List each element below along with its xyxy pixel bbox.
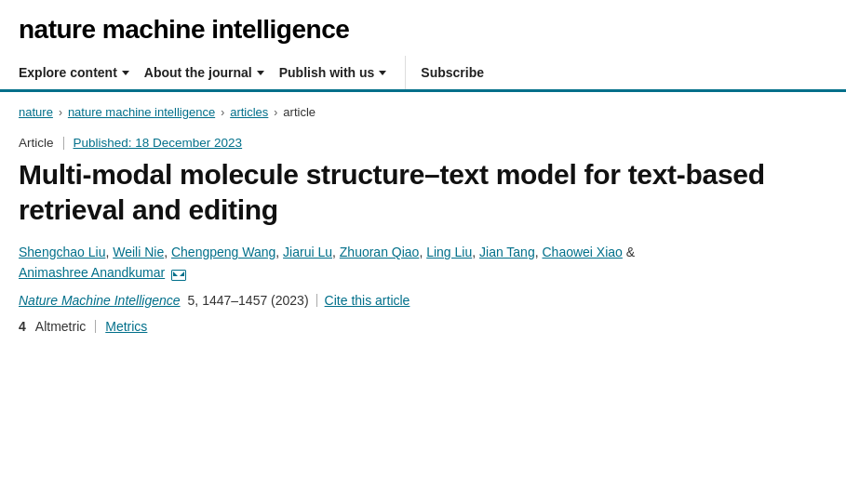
publish-date[interactable]: Published: 18 December 2023 (74, 136, 243, 150)
breadcrumb-section: nature › nature machine intelligence › a… (0, 92, 846, 119)
nav-about[interactable]: About the journal (144, 56, 279, 89)
meta-divider (63, 137, 64, 150)
nav-explore[interactable]: Explore content (19, 56, 144, 89)
article-type: Article (19, 136, 54, 150)
author-animashree[interactable]: Animashree Anandkumar (19, 265, 165, 280)
site-header: nature machine intelligence Explore cont… (0, 0, 846, 92)
breadcrumb-sep-3: › (274, 106, 277, 119)
breadcrumb-current: article (283, 105, 316, 119)
author-chengpeng[interactable]: Chengpeng Wang (171, 245, 275, 259)
main-nav: Explore content About the journal Publis… (19, 56, 827, 89)
breadcrumb-articles[interactable]: articles (230, 105, 268, 119)
author-zhuoran[interactable]: Zhuoran Qiao (340, 245, 420, 259)
explore-chevron-icon (122, 71, 129, 75)
author-jian[interactable]: Jian Tang (479, 245, 535, 259)
breadcrumb: nature › nature machine intelligence › a… (19, 105, 827, 119)
author-ling[interactable]: Ling Liu (426, 245, 472, 259)
author-shengchao[interactable]: Shengchao Liu (19, 245, 105, 259)
citation-details: 5, 1447–1457 (2023) (188, 293, 309, 308)
metrics-divider (95, 320, 96, 333)
about-chevron-icon (257, 71, 264, 75)
email-icon[interactable] (171, 270, 186, 281)
journal-name[interactable]: Nature Machine Intelligence (19, 293, 181, 308)
publish-chevron-icon (379, 71, 386, 75)
authors-line: Shengchao Liu, Weili Nie, Chengpeng Wang… (19, 242, 827, 284)
cite-divider (316, 294, 317, 307)
breadcrumb-nature[interactable]: nature (19, 105, 53, 119)
article-meta: Article Published: 18 December 2023 (19, 136, 827, 150)
citation-line: Nature Machine Intelligence 5, 1447–1457… (19, 293, 827, 308)
cite-article-link[interactable]: Cite this article (325, 293, 410, 308)
breadcrumb-nmi[interactable]: nature machine intelligence (68, 105, 215, 119)
altmetric-score: 4 (19, 319, 26, 334)
site-logo: nature machine intelligence (19, 15, 827, 45)
author-weili[interactable]: Weili Nie (113, 245, 164, 259)
nav-publish[interactable]: Publish with us (279, 56, 402, 89)
author-chaowei[interactable]: Chaowei Xiao (542, 245, 622, 259)
author-jiarui[interactable]: Jiarui Lu (283, 245, 332, 259)
nav-subscribe[interactable]: Subscribe (405, 56, 484, 89)
breadcrumb-sep-2: › (221, 106, 224, 119)
metrics-line: 4 Altmetric Metrics (19, 319, 827, 334)
metrics-link[interactable]: Metrics (105, 319, 147, 334)
breadcrumb-sep-1: › (59, 106, 62, 119)
article-title: Multi-modal molecule structure–text mode… (19, 157, 827, 227)
altmetric-label: Altmetric (35, 319, 86, 334)
article-main: Article Published: 18 December 2023 Mult… (0, 119, 846, 334)
